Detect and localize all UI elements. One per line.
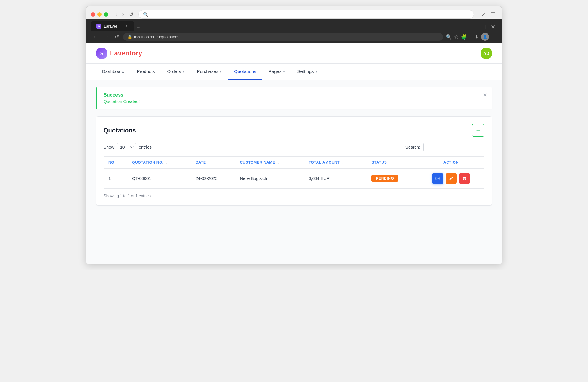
nav-pages[interactable]: Pages ▾ <box>262 64 291 80</box>
expand-button[interactable]: ⤢ <box>480 10 487 18</box>
trash-icon <box>462 176 467 181</box>
cell-customer-name: Nelle Bogisich <box>235 169 303 189</box>
address-bar[interactable]: 🔒 localhost:8000/quotations <box>123 33 443 41</box>
extensions-button[interactable]: 🧩 <box>461 34 467 40</box>
search-section: Search: <box>405 143 484 151</box>
entries-label: entries <box>139 145 152 150</box>
entries-select[interactable]: 10 25 50 100 <box>117 143 136 151</box>
nav-quotations[interactable]: Quotations <box>228 64 262 80</box>
success-alert: Success Quotation Created! ✕ <box>96 87 492 109</box>
nav-dashboard[interactable]: Dashboard <box>96 64 130 80</box>
user-avatar[interactable]: AD <box>481 48 492 59</box>
addr-reload-button[interactable]: ↺ <box>113 33 121 40</box>
alert-message: Quotation Created! <box>104 99 486 104</box>
cell-status: PENDING <box>367 169 417 189</box>
app-content: » Laventory AD Dashboard Products Orders… <box>86 43 502 264</box>
col-customer-name[interactable]: CUSTOMER NAME ↕ <box>235 157 303 169</box>
edit-icon <box>449 176 453 181</box>
sort-icon-status: ↕ <box>389 161 391 164</box>
quotations-table: NO. QUOTATION NO. ↓ DATE ↕ CUS <box>104 156 484 189</box>
search-icon: 🔍 <box>143 12 148 17</box>
edit-button[interactable] <box>446 173 457 184</box>
window-close-button[interactable]: ✕ <box>489 23 497 31</box>
orders-chevron: ▾ <box>183 69 184 74</box>
star-button[interactable]: ☆ <box>454 34 458 40</box>
cell-no: 1 <box>104 169 127 189</box>
url-display: localhost:8000/quotations <box>134 35 439 39</box>
purchases-chevron: ▾ <box>220 69 222 74</box>
addr-forward-button[interactable]: → <box>102 33 111 40</box>
search-label: Search: <box>405 145 420 150</box>
cell-total-amount: 3,604 EUR <box>304 169 367 189</box>
reload-button[interactable]: ↺ <box>127 10 135 18</box>
col-no: NO. <box>104 157 127 169</box>
col-status[interactable]: STATUS ↕ <box>367 157 417 169</box>
logo-icon: » <box>96 48 107 59</box>
window-minimize-button[interactable]: − <box>471 23 478 31</box>
minimize-traffic-light[interactable] <box>97 12 102 17</box>
back-button[interactable]: ‹ <box>114 10 119 18</box>
card-title: Quotations <box>104 127 136 134</box>
profile-avatar[interactable]: 👤 <box>481 33 489 41</box>
eye-icon <box>435 176 440 181</box>
nav-purchases[interactable]: Purchases ▾ <box>190 64 228 80</box>
show-entries-control: Show 10 25 50 100 entries <box>104 143 152 151</box>
show-label: Show <box>104 145 114 150</box>
col-date[interactable]: DATE ↕ <box>190 157 235 169</box>
sort-icon-amount: ↕ <box>342 161 344 164</box>
top-search-input[interactable] <box>151 12 469 17</box>
nav-settings[interactable]: Settings ▾ <box>291 64 323 80</box>
sort-icon-customer: ↕ <box>277 161 279 164</box>
search-input[interactable] <box>423 143 484 151</box>
cell-action <box>418 169 484 189</box>
svg-point-2 <box>437 178 438 179</box>
cell-date: 24-02-2025 <box>190 169 235 189</box>
download-button[interactable]: ⬇ <box>475 34 479 40</box>
app-header: » Laventory AD <box>86 43 502 64</box>
table-row: 1 QT-00001 24-02-2025 Nelle Bogisich 3,6… <box>104 169 484 189</box>
settings-chevron: ▾ <box>315 69 317 74</box>
action-buttons <box>423 173 480 184</box>
forward-button[interactable]: › <box>120 10 126 18</box>
divider <box>471 34 471 40</box>
logo-text: Laventory <box>110 49 142 57</box>
new-tab-button[interactable]: + <box>134 24 142 31</box>
addr-back-button[interactable]: ← <box>91 33 100 40</box>
alert-close-button[interactable]: ✕ <box>483 92 487 98</box>
sort-icon-date: ↕ <box>209 161 210 164</box>
view-button[interactable] <box>432 173 443 184</box>
top-search-bar[interactable]: 🔍 <box>138 10 474 19</box>
pages-chevron: ▾ <box>283 69 285 74</box>
menu-button[interactable]: ☰ <box>489 10 497 18</box>
more-options-button[interactable]: ⋮ <box>492 33 497 40</box>
add-quotation-button[interactable]: + <box>472 124 484 137</box>
lock-icon: 🔒 <box>127 35 132 39</box>
tab-close-button[interactable]: ✕ <box>125 24 128 29</box>
close-traffic-light[interactable] <box>91 12 95 17</box>
quotations-card: Quotations + Show 10 25 50 100 entries <box>96 116 492 206</box>
zoom-button[interactable]: 🔍 <box>446 34 452 40</box>
browser-tabbar: » Laravel ✕ + − ❐ ✕ <box>86 19 502 31</box>
alert-title: Success <box>104 92 486 98</box>
main-content: Success Quotation Created! ✕ Quotations … <box>86 80 502 264</box>
delete-button[interactable] <box>459 173 470 184</box>
sort-icon-quotation-no: ↓ <box>166 161 168 164</box>
nav-products[interactable]: Products <box>130 64 161 80</box>
card-header: Quotations + <box>104 124 484 137</box>
app-logo[interactable]: » Laventory <box>96 48 142 59</box>
browser-tab-active[interactable]: » Laravel ✕ <box>91 21 134 31</box>
status-badge: PENDING <box>371 175 398 182</box>
maximize-traffic-light[interactable] <box>104 12 108 17</box>
table-footer: Showing 1 to 1 of 1 entries <box>104 193 484 198</box>
cell-quotation-no: QT-00001 <box>127 169 190 189</box>
col-quotation-no[interactable]: QUOTATION NO. ↓ <box>127 157 190 169</box>
col-action: ACTION <box>418 157 484 169</box>
window-traffic-lights <box>91 12 108 17</box>
col-total-amount[interactable]: TOTAL AMOUNT ↕ <box>304 157 367 169</box>
nav-orders[interactable]: Orders ▾ <box>161 64 191 80</box>
tab-favicon: » <box>96 24 101 29</box>
table-controls: Show 10 25 50 100 entries Search: <box>104 143 484 151</box>
tab-label: Laravel <box>104 24 117 29</box>
pagination-info: Showing 1 to 1 of 1 entries <box>104 193 151 198</box>
window-maximize-button[interactable]: ❐ <box>479 23 488 31</box>
